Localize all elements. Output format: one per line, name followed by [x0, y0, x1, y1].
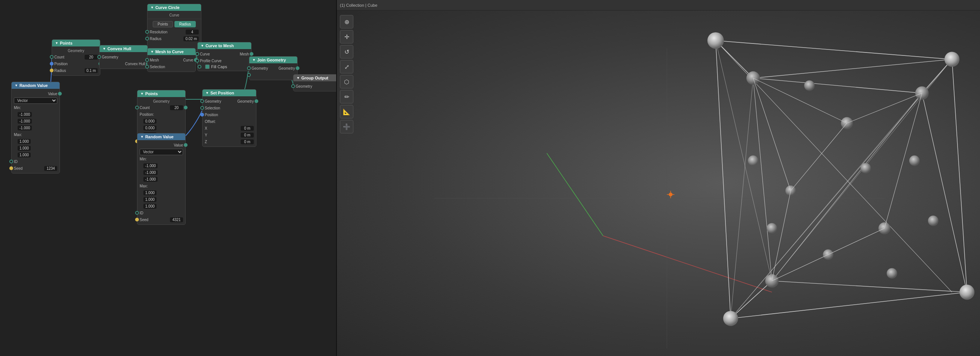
wire14 — [716, 40, 772, 281]
rv1-out — [58, 92, 62, 96]
points2-header: ▼ Points — [137, 90, 185, 97]
viewport-toolbar: (1) Collection | Cube — [337, 0, 980, 11]
sphere-vertex-2 — [945, 52, 959, 67]
ch-geo-in — [97, 55, 101, 59]
wire-s2 — [847, 93, 922, 123]
mtc-sel-in — [145, 65, 149, 69]
sphere-15 — [804, 80, 815, 91]
sphere-16 — [928, 216, 939, 226]
sphere-vertex-5 — [746, 71, 760, 85]
radius-socket-left — [145, 37, 149, 40]
p2-out — [184, 106, 188, 109]
side-toolbar: ⊕ ✛ ↺ ⤢ ⬡ ✏ 📐 ➕ — [340, 15, 353, 133]
sphere-14 — [909, 155, 920, 166]
curve-to-mesh-node: ▼ Curve to Mesh Curve Mesh Profile Curve… — [197, 42, 251, 71]
rv1-id-in — [10, 160, 13, 163]
wire6 — [753, 78, 772, 281]
viewport: (1) Collection | Cube ⊕ ✛ ↺ ⤢ ⬡ ✏ 📐 ➕ — [337, 0, 980, 356]
points-tab[interactable]: Points — [153, 21, 173, 27]
resolution-socket-left — [145, 30, 149, 34]
rv2-seed-socket — [135, 218, 139, 222]
node-editor: ▼ Curve Circle Curve Points Radius Resol… — [0, 0, 337, 356]
rv1-seed-socket — [10, 166, 13, 170]
axis-x — [603, 236, 772, 292]
convex-hull-header: ▼ Convex Hull — [100, 45, 148, 52]
ctm-out — [250, 52, 253, 56]
sphere-vertex-4 — [723, 311, 738, 326]
wire13 — [731, 281, 772, 319]
select-tool[interactable]: ⊕ — [340, 15, 353, 29]
random-value1-node: ▼ Random Value Value Vector Float Intege… — [11, 82, 60, 174]
add-tool[interactable]: ➕ — [340, 120, 353, 133]
curve-circle-header: ▼ Curve Circle — [148, 4, 201, 11]
sp-geo-in — [200, 99, 204, 103]
axis-y — [547, 153, 603, 236]
ctm-profile-in — [196, 59, 199, 62]
wire8 — [922, 93, 967, 292]
transform-tool[interactable]: ⬡ — [340, 75, 353, 88]
curve-to-mesh-header: ▼ Curve to Mesh — [198, 42, 251, 49]
wire-s3 — [791, 123, 847, 191]
rv1-type-dropdown[interactable]: Vector Float Integer Boolean — [14, 97, 57, 104]
jg-geo-in2 — [247, 73, 251, 77]
wire3 — [753, 78, 922, 93]
rv2-id-in — [135, 211, 139, 215]
scale-tool[interactable]: ⤢ — [340, 60, 353, 73]
position1-socket — [50, 62, 54, 65]
wire-s5 — [772, 228, 885, 281]
group-output-header: ▼ Group Output — [293, 75, 337, 81]
count1-socket — [50, 55, 54, 59]
rv2-type-dropdown[interactable]: Vector Float Integer Boolean — [140, 149, 183, 155]
wire4 — [753, 59, 952, 78]
wire17 — [731, 93, 922, 318]
sp-out — [255, 99, 258, 103]
sphere-vertex-1 — [708, 32, 724, 49]
radius1-socket — [50, 69, 54, 72]
breadcrumb: (1) Collection | Cube — [340, 3, 377, 8]
move-tool[interactable]: ✛ — [340, 30, 353, 43]
group-output-node: ▼ Group Output Geometry — [293, 74, 337, 91]
wire-s6 — [753, 78, 791, 191]
rotate-tool[interactable]: ↺ — [340, 45, 353, 59]
curve-circle-node: ▼ Curve Circle Curve Points Radius Resol… — [147, 4, 201, 51]
random-value2-node: ▼ Random Value Value Vector Float Intege… — [137, 133, 186, 225]
count2-socket — [135, 106, 139, 109]
wire11 — [772, 281, 967, 292]
set-position-header: ▼ Set Position — [202, 89, 256, 96]
join-geometry-node: ▼ Join Geometry Geometry Geometry — [249, 56, 298, 80]
sp-sel-in — [200, 106, 204, 110]
convex-hull-node: ▼ Convex Hull Geometry Convex Hull — [99, 45, 148, 69]
mesh-to-curve-node: ▼ Mesh to Curve Mesh Curve Selection — [147, 48, 196, 72]
sphere-17 — [767, 223, 777, 233]
mtc-mesh-in — [145, 58, 149, 62]
points1-header: ▼ Points — [52, 40, 100, 46]
ctm-fillcaps-socket — [198, 65, 201, 69]
sphere-12 — [748, 155, 758, 166]
wire-s7 — [772, 191, 791, 281]
annotate-tool[interactable]: ✏ — [340, 90, 353, 104]
measure-tool[interactable]: 📐 — [340, 105, 353, 118]
sp-pos-in — [200, 113, 204, 117]
jg-out — [296, 66, 299, 70]
rv2-out — [184, 143, 188, 147]
random-value2-header: ▼ Random Value — [137, 133, 185, 140]
ctm-curve-in — [196, 52, 199, 56]
mesh-to-curve-header: ▼ Mesh to Curve — [148, 48, 196, 55]
wire-s1 — [753, 78, 847, 123]
jg-geo-in — [247, 66, 251, 70]
sphere-vertex-3 — [959, 285, 974, 300]
set-position-node: ▼ Set Position Geometry Geometry Selecti… — [202, 89, 256, 147]
fill-caps-checkbox[interactable] — [205, 64, 210, 69]
join-geometry-header: ▼ Join Geometry — [249, 57, 297, 63]
go-geo-in — [291, 84, 295, 88]
random-value1-header: ▼ Random Value — [12, 82, 59, 89]
radius-tab[interactable]: Radius — [175, 21, 196, 27]
sphere-13 — [861, 163, 871, 174]
scene-svg — [358, 11, 980, 356]
points1-node: ▼ Points Geometry Count 20 Position Radi… — [52, 39, 100, 76]
sphere-18 — [887, 268, 897, 278]
